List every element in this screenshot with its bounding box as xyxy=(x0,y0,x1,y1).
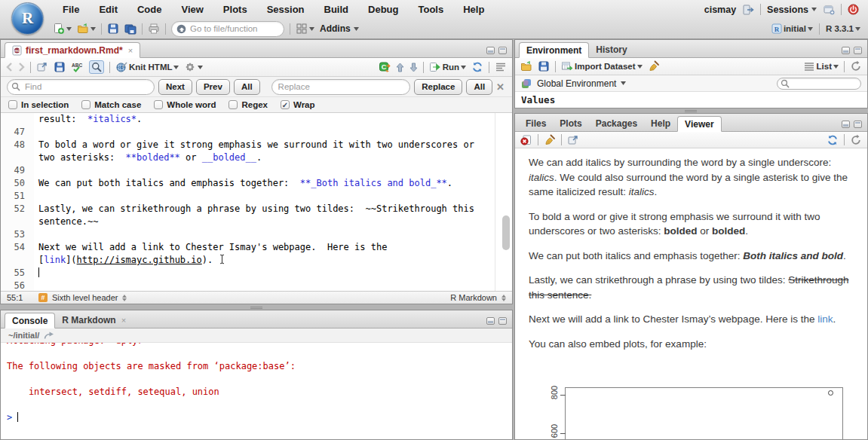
tab-help[interactable]: Help xyxy=(644,115,677,131)
menu-item-debug[interactable]: Debug xyxy=(358,4,408,15)
forward-icon[interactable] xyxy=(18,63,25,72)
console-prompt[interactable]: > xyxy=(7,411,512,424)
spellcheck-icon[interactable]: ABC xyxy=(71,62,84,73)
list-view-button[interactable]: List xyxy=(803,60,839,72)
insert-chunk-icon[interactable]: C xyxy=(379,61,391,73)
menu-item-code[interactable]: Code xyxy=(127,4,172,15)
addins-menu[interactable]: Addins xyxy=(320,23,359,34)
new-file-button[interactable] xyxy=(53,23,72,35)
replace-input[interactable] xyxy=(271,79,411,95)
code-editor[interactable]: result: *italics*.4748To bold a word or … xyxy=(1,113,512,291)
editor-line[interactable]: 48To bold a word or give it strong empha… xyxy=(1,139,512,151)
editor-scrollbar[interactable] xyxy=(502,215,510,250)
editor-line[interactable]: 56 xyxy=(1,280,512,291)
webpage-link[interactable]: link xyxy=(817,313,833,325)
sync-icon[interactable] xyxy=(827,134,839,146)
clear-workspace-icon[interactable] xyxy=(648,60,660,72)
run-previous-icon[interactable] xyxy=(396,63,404,72)
project-menu[interactable]: R initial xyxy=(771,23,813,34)
scope-selector[interactable]: Sixth level header xyxy=(52,293,118,302)
editor-line[interactable]: 52Lastly, we can strikethrough a phrase … xyxy=(1,203,512,215)
minimize-pane-button[interactable] xyxy=(486,317,495,325)
clear-viewer-icon[interactable] xyxy=(520,134,532,146)
editor-line[interactable]: 54Next we will add a link to Chester Ism… xyxy=(1,241,512,254)
power-button[interactable] xyxy=(848,4,859,15)
editor-line[interactable]: 53 xyxy=(1,228,512,241)
replace-all-button[interactable]: All xyxy=(466,79,492,95)
editor-line[interactable]: sentence.~~ xyxy=(1,215,512,228)
tab-history[interactable]: History xyxy=(589,41,633,57)
checkbox-wrap[interactable]: ✓Wrap xyxy=(281,100,315,109)
console-output[interactable]: Attaching package: ‘dplyr’The following … xyxy=(1,343,512,439)
find-replace-icon[interactable] xyxy=(89,60,104,74)
import-dataset-button[interactable]: Import Dataset xyxy=(561,60,643,72)
menu-item-build[interactable]: Build xyxy=(314,4,359,15)
maximize-pane-button[interactable] xyxy=(854,47,862,54)
tab-plots[interactable]: Plots xyxy=(553,115,588,131)
source-outline-icon[interactable] xyxy=(495,61,507,73)
tab-first-rmarkdown[interactable]: md first_rmarkdown.Rmd* × xyxy=(5,42,140,58)
maximize-pane-button[interactable] xyxy=(498,47,507,54)
close-icon[interactable]: × xyxy=(121,313,126,328)
editor-line[interactable]: [link](http://ismayc.github.io). xyxy=(1,254,512,267)
menu-item-file[interactable]: File xyxy=(53,4,89,15)
menu-item-tools[interactable]: Tools xyxy=(408,4,453,15)
find-all-button[interactable]: All xyxy=(234,79,260,95)
new-session-icon[interactable] xyxy=(823,4,835,16)
rerun-icon[interactable] xyxy=(471,61,483,73)
replace-button[interactable]: Replace xyxy=(414,79,462,95)
tab-r-markdown[interactable]: R Markdown× xyxy=(55,312,133,328)
minimize-pane-button[interactable] xyxy=(486,47,495,54)
close-icon[interactable]: ✕ xyxy=(496,81,506,93)
refresh-icon[interactable] xyxy=(850,60,862,72)
tab-console[interactable]: Console xyxy=(5,313,55,328)
sessions-menu[interactable]: Sessions xyxy=(767,5,817,15)
pane-layout-button[interactable] xyxy=(296,23,314,35)
horizontal-splitter[interactable] xyxy=(250,306,262,309)
minimize-pane-button[interactable] xyxy=(842,121,850,128)
r-version-menu[interactable]: R 3.3.1 xyxy=(826,24,860,33)
editor-line[interactable]: two asterisks: **bolded** or __bolded__. xyxy=(1,151,512,164)
tab-packages[interactable]: Packages xyxy=(589,115,644,131)
tab-files[interactable]: Files xyxy=(519,115,553,131)
checkbox-in-selection[interactable]: In selection xyxy=(8,100,69,109)
editor-line[interactable]: 55 xyxy=(1,267,512,280)
run-next-icon[interactable] xyxy=(409,63,418,72)
checkbox-match-case[interactable]: Match case xyxy=(81,100,141,109)
save-button[interactable] xyxy=(107,23,119,35)
minimize-pane-button[interactable] xyxy=(842,47,850,54)
menu-item-session[interactable]: Session xyxy=(257,4,314,15)
tab-environment[interactable]: Environment xyxy=(519,42,589,58)
menu-item-edit[interactable]: Edit xyxy=(89,4,127,15)
settings-button[interactable] xyxy=(184,61,203,73)
maximize-pane-button[interactable] xyxy=(498,317,507,325)
goto-file-input[interactable] xyxy=(171,21,284,37)
open-new-window-icon[interactable] xyxy=(567,134,579,146)
tab-viewer[interactable]: Viewer xyxy=(677,116,721,132)
print-button[interactable] xyxy=(148,23,160,35)
find-input[interactable] xyxy=(7,79,155,95)
editor-line[interactable]: 49 xyxy=(1,164,512,177)
close-icon[interactable]: × xyxy=(128,43,133,58)
save-workspace-icon[interactable] xyxy=(538,60,550,72)
editor-line[interactable]: result: *italics*. xyxy=(1,113,512,126)
knit-button[interactable]: Knit HTML xyxy=(115,61,179,73)
load-workspace-icon[interactable] xyxy=(520,60,532,72)
menu-item-help[interactable]: Help xyxy=(453,4,494,15)
goto-directory-icon[interactable] xyxy=(44,332,55,340)
editor-line[interactable]: 50We can put both italics and emphasis t… xyxy=(1,177,512,190)
find-prev-button[interactable]: Prev xyxy=(196,79,230,95)
checkbox-regex[interactable]: Regex xyxy=(229,100,268,109)
file-type-selector[interactable]: R Markdown xyxy=(450,293,497,302)
run-button[interactable]: Run xyxy=(429,61,466,73)
menu-item-plots[interactable]: Plots xyxy=(213,4,257,15)
open-file-button[interactable] xyxy=(77,23,96,35)
checkbox-whole-word[interactable]: Whole word xyxy=(154,100,216,109)
sign-out-icon[interactable] xyxy=(742,4,754,16)
menu-item-view[interactable]: View xyxy=(171,4,213,15)
clear-all-icon[interactable] xyxy=(544,134,556,146)
save-icon[interactable] xyxy=(54,61,66,73)
editor-line[interactable]: 51 xyxy=(1,190,512,203)
find-next-button[interactable]: Next xyxy=(158,79,192,95)
editor-line[interactable]: 47 xyxy=(1,126,512,139)
